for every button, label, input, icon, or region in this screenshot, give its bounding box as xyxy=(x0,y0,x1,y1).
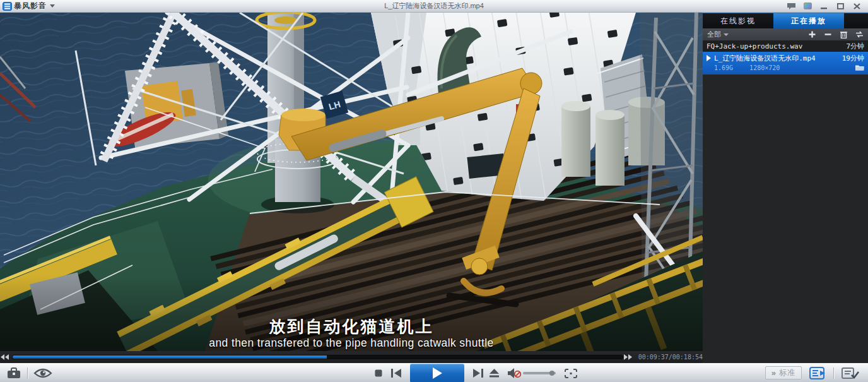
tab-now-playing[interactable]: 正在播放 xyxy=(773,13,844,28)
playlist-item-1-name: FQ+Jack-up+products.wav xyxy=(707,42,802,51)
filter-caret-icon xyxy=(724,33,729,36)
maximize-button[interactable] xyxy=(835,2,845,11)
folder-icon xyxy=(855,64,864,71)
eject-icon xyxy=(490,369,499,378)
playlist-panel: 在线影视 正在播放 全部 xyxy=(703,13,868,363)
tab-online-video[interactable]: 在线影视 xyxy=(703,13,773,28)
volume-slider[interactable] xyxy=(523,372,556,374)
maximize-icon xyxy=(837,3,844,9)
forward-button[interactable] xyxy=(623,353,633,362)
seek-bar-row: 00:09:37/00:18:54 xyxy=(0,351,703,363)
app-logo-icon xyxy=(3,2,12,11)
eye-icon xyxy=(33,367,52,379)
filter-dropdown[interactable]: 全部 xyxy=(707,30,729,39)
playlist: FQ+Jack-up+products.wav 7分钟 L_辽宁陆海设备汉语无水… xyxy=(703,40,868,75)
video-surface[interactable]: LH xyxy=(0,13,703,351)
close-icon xyxy=(853,3,860,9)
title-bar: 暴风影音 L_辽宁陆海设备汉语无水印.mp4 xyxy=(0,0,868,13)
divider xyxy=(833,367,834,379)
playlist-empty-area xyxy=(703,75,868,363)
app-name: 暴风影音 xyxy=(14,1,47,11)
app-menu-button[interactable]: 暴风影音 xyxy=(0,0,55,12)
volume-handle[interactable] xyxy=(549,371,554,376)
rewind-icon xyxy=(1,354,9,360)
forward-icon xyxy=(624,354,632,360)
eye-protect-button[interactable] xyxy=(33,367,52,379)
rewind-button[interactable] xyxy=(0,353,10,362)
media-manager-button[interactable] xyxy=(842,367,859,379)
mute-button[interactable] xyxy=(508,368,522,378)
stop-button[interactable] xyxy=(375,369,382,377)
skin-button[interactable] xyxy=(802,2,812,11)
feedback-button[interactable] xyxy=(786,2,796,11)
seek-progress-fill xyxy=(13,355,327,359)
play-icon xyxy=(432,367,442,379)
playlist-toolbar: 全部 xyxy=(703,28,868,40)
playlist-item-2-duration: 19分钟 xyxy=(842,54,864,63)
playlist-item-2-size: 1.69G xyxy=(714,64,733,71)
fullscreen-icon xyxy=(565,369,577,378)
standard-mode-label: 标准 xyxy=(779,367,795,378)
standard-mode-button[interactable]: » 标准 xyxy=(765,366,802,379)
playlist-toggle-icon xyxy=(809,367,826,379)
previous-button[interactable] xyxy=(391,369,401,378)
playlist-item-2-selected[interactable]: L_辽宁陆海设备汉语无水印.mp4 19分钟 1.69G 1280×720 xyxy=(703,52,868,75)
toolbox-icon xyxy=(6,367,21,379)
playlist-item-2-name: L_辽宁陆海设备汉语无水印.mp4 xyxy=(714,54,816,63)
play-button[interactable] xyxy=(410,364,464,382)
playlist-item-1-duration: 7分钟 xyxy=(846,42,864,51)
control-bar: » 标准 xyxy=(0,363,868,382)
toolbox-button[interactable] xyxy=(6,367,21,379)
now-playing-icon xyxy=(707,55,711,61)
trash-icon xyxy=(840,31,847,39)
sync-arrows-icon xyxy=(855,31,864,38)
seek-track[interactable] xyxy=(12,355,623,359)
eject-button[interactable] xyxy=(490,369,499,378)
plus-icon xyxy=(809,31,816,38)
skip-previous-icon xyxy=(391,369,401,378)
close-button[interactable] xyxy=(852,2,862,11)
divider xyxy=(27,367,28,379)
window-title: L_辽宁陆海设备汉语无水印.mp4 xyxy=(0,1,868,11)
minimize-button[interactable] xyxy=(819,2,829,11)
player-window: 暴风影音 L_辽宁陆海设备汉语无水印.mp4 xyxy=(0,0,868,382)
panel-tabs: 在线影视 正在播放 xyxy=(703,13,868,28)
add-item-button[interactable] xyxy=(807,30,816,39)
skin-icon xyxy=(804,3,812,9)
edit-list-icon xyxy=(842,367,859,379)
sync-playlist-button[interactable] xyxy=(855,30,864,39)
minimize-icon xyxy=(821,3,828,9)
stop-icon xyxy=(375,369,382,377)
toggle-playlist-button[interactable] xyxy=(809,367,826,379)
next-button[interactable] xyxy=(473,369,483,378)
filter-label: 全部 xyxy=(707,30,721,39)
clear-playlist-button[interactable] xyxy=(839,30,848,39)
video-frame-rig-scene: LH xyxy=(0,13,703,351)
app-menu-caret-icon xyxy=(50,4,55,8)
speech-bubble-icon xyxy=(787,3,796,10)
time-display: 00:09:37/00:18:54 xyxy=(638,354,703,361)
open-folder-button[interactable] xyxy=(855,64,864,72)
volume-muted-icon xyxy=(508,368,522,378)
skip-next-icon xyxy=(473,369,483,378)
playlist-item-2-resolution: 1280×720 xyxy=(749,64,780,71)
remove-item-button[interactable] xyxy=(823,30,832,39)
chevron-double-icon: » xyxy=(771,368,776,378)
playlist-item-1[interactable]: FQ+Jack-up+products.wav 7分钟 xyxy=(703,40,868,52)
fullscreen-button[interactable] xyxy=(565,369,577,378)
minus-icon xyxy=(824,31,831,38)
